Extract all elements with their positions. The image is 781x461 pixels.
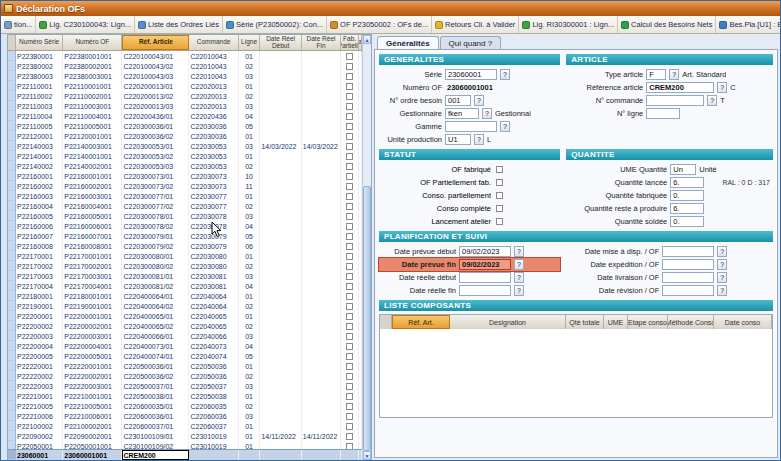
grid-cell[interactable]: C220200013/01 bbox=[122, 81, 189, 91]
grid-cell[interactable]: C22030073 bbox=[189, 171, 238, 181]
grid-cell[interactable]: P22380002001 bbox=[63, 61, 122, 71]
date-reelle-fin-picker-button[interactable]: ? bbox=[514, 285, 524, 296]
table-row[interactable]: P22210006P22210006001C220600036/01C22060… bbox=[8, 411, 362, 421]
fab-partielle-checkbox[interactable] bbox=[346, 213, 353, 220]
grid-cell[interactable]: P22380002 bbox=[16, 61, 63, 71]
grid-cell[interactable]: C230100109/02 bbox=[122, 441, 189, 449]
grid-cell[interactable] bbox=[260, 381, 301, 391]
grid-cell[interactable]: P22120001 bbox=[16, 131, 63, 141]
grid-cell[interactable]: C220400074/01 bbox=[122, 351, 189, 361]
grid-cell[interactable]: 11 bbox=[239, 181, 261, 191]
fab-partielle-checkbox[interactable] bbox=[346, 303, 353, 310]
grid-cell[interactable] bbox=[302, 201, 341, 211]
table-row[interactable]: P22110005P22110005001C220300036/01C22030… bbox=[8, 121, 362, 131]
comp-col-header[interactable]: Date conso bbox=[714, 315, 772, 329]
grid-cell[interactable] bbox=[302, 421, 341, 431]
grid-cell[interactable]: 04 bbox=[239, 341, 261, 351]
grid-cell[interactable]: P22160006001 bbox=[63, 221, 122, 231]
grid-cell[interactable] bbox=[260, 121, 301, 131]
grid-cell[interactable]: C220300078/01 bbox=[122, 211, 189, 221]
grid-cell[interactable] bbox=[302, 381, 341, 391]
grid-cell[interactable]: 01 bbox=[239, 421, 261, 431]
row-selector[interactable] bbox=[8, 321, 16, 331]
fab-partielle-checkbox[interactable] bbox=[346, 133, 353, 140]
grid-cell[interactable]: P22160004 bbox=[16, 201, 63, 211]
composants-body-empty[interactable] bbox=[380, 329, 772, 417]
fab-partielle-checkbox[interactable] bbox=[346, 323, 353, 330]
grid-cell[interactable]: P22160005001 bbox=[63, 211, 122, 221]
row-selector[interactable] bbox=[8, 281, 16, 291]
table-row[interactable]: P22180001P22180001001C220400064/01C22040… bbox=[8, 291, 362, 301]
grid-cell[interactable]: C220200013/02 bbox=[122, 91, 189, 101]
fab-partielle-checkbox[interactable] bbox=[346, 433, 353, 440]
grid-cell[interactable]: 04 bbox=[239, 111, 261, 121]
grid-cell[interactable] bbox=[302, 51, 341, 61]
toolbar-button[interactable]: Bes.Pla.[U1] : Besoins ... bbox=[716, 16, 780, 33]
grid-cell[interactable]: C220300079/01 bbox=[122, 231, 189, 241]
grid-cell[interactable]: P22200004 bbox=[16, 341, 63, 351]
grid-cell[interactable]: 14/11/2022 bbox=[302, 431, 341, 441]
grid-cell[interactable]: C220300036/01 bbox=[122, 121, 189, 131]
grid-cell[interactable] bbox=[302, 111, 341, 121]
fab-partielle-checkbox[interactable] bbox=[346, 403, 353, 410]
grid-cell[interactable]: P22140001 bbox=[16, 151, 63, 161]
grid-cell[interactable] bbox=[302, 351, 341, 361]
grid-cell[interactable]: P22110004001 bbox=[63, 111, 122, 121]
table-row[interactable]: P22170001P22170001001C220300080/01C22030… bbox=[8, 251, 362, 261]
fab-partielle-checkbox[interactable] bbox=[346, 93, 353, 100]
grid-cell[interactable]: C220400073/01 bbox=[122, 341, 189, 351]
comp-col-header[interactable]: Designation bbox=[450, 315, 566, 329]
grid-cell[interactable] bbox=[260, 191, 301, 201]
grid-cell[interactable]: P22110001 bbox=[16, 81, 63, 91]
toolbar-button[interactable]: tion... bbox=[1, 16, 36, 33]
reference-article-lookup-button[interactable]: ? bbox=[717, 82, 727, 93]
grid-cell[interactable]: C22040073 bbox=[189, 341, 238, 351]
row-selector[interactable] bbox=[8, 361, 16, 371]
grid-cell[interactable]: 14/03/2022 bbox=[302, 141, 341, 151]
grid-cell[interactable]: 02 bbox=[239, 201, 261, 211]
selected-row[interactable]: 23060001 23060001001 CREM200 bbox=[8, 449, 362, 460]
grid-cell[interactable] bbox=[260, 171, 301, 181]
grid-cell[interactable]: P22100002001 bbox=[63, 421, 122, 431]
grid-cell[interactable]: C22050036 bbox=[189, 371, 238, 381]
date-livraison-input[interactable] bbox=[662, 272, 714, 283]
grid-cell[interactable]: 05 bbox=[239, 231, 261, 241]
type-article-lookup-button[interactable]: ? bbox=[669, 69, 679, 80]
table-row[interactable]: P22110003P22110003001C220200013/03C22020… bbox=[8, 101, 362, 111]
row-selector[interactable] bbox=[8, 351, 16, 361]
row-selector[interactable] bbox=[8, 61, 16, 71]
row-selector[interactable] bbox=[8, 271, 16, 281]
grid-cell[interactable]: P22110002001 bbox=[63, 91, 122, 101]
fab-partielle-checkbox[interactable] bbox=[346, 343, 353, 350]
col-fab-partielle[interactable]: Fab. Partielle bbox=[341, 35, 359, 50]
grid-cell[interactable]: C22030081 bbox=[189, 271, 238, 281]
fab-partielle-checkbox[interactable] bbox=[346, 273, 353, 280]
grid-cell[interactable] bbox=[260, 281, 301, 291]
quantite-fabriquee-input[interactable]: 0. bbox=[670, 190, 704, 201]
row-selector[interactable] bbox=[8, 431, 16, 441]
table-row[interactable]: P22160002P22160002001C220300073/02C22030… bbox=[8, 181, 362, 191]
date-reelle-fin-input[interactable] bbox=[459, 285, 511, 296]
row-selector[interactable] bbox=[8, 391, 16, 401]
table-row[interactable]: P22160007P22160007001C220300079/01C22030… bbox=[8, 231, 362, 241]
statut-checkbox[interactable] bbox=[496, 192, 503, 199]
grid-cell[interactable]: C220300053/03 bbox=[122, 161, 189, 171]
fab-partielle-checkbox[interactable] bbox=[346, 103, 353, 110]
grid-cell[interactable]: P22170003 bbox=[16, 271, 63, 281]
quantite-soldee-input[interactable]: 0. bbox=[670, 216, 704, 227]
grid-cell[interactable] bbox=[302, 101, 341, 111]
quantite-lancee-input[interactable]: 6. bbox=[670, 177, 704, 188]
grid-cell[interactable]: P22210006001 bbox=[63, 411, 122, 421]
grid-cell[interactable]: 01 bbox=[239, 251, 261, 261]
table-row[interactable]: P22220001P22220001001C220500036/01C22050… bbox=[8, 361, 362, 371]
grid-cell[interactable]: C22020436 bbox=[189, 111, 238, 121]
grid-cell[interactable]: P22380001001 bbox=[63, 51, 122, 61]
fab-partielle-checkbox[interactable] bbox=[346, 413, 353, 420]
grid-cell[interactable]: C220300077/01 bbox=[122, 191, 189, 201]
grid-cell[interactable]: P22210005001 bbox=[63, 401, 122, 411]
toolbar-button[interactable]: Série (P23050002): Con... bbox=[223, 16, 327, 33]
grid-cell[interactable]: P22160008001 bbox=[63, 241, 122, 251]
grid-cell[interactable]: P22220001 bbox=[16, 361, 63, 371]
grid-cell[interactable] bbox=[302, 361, 341, 371]
grid-cell[interactable] bbox=[260, 450, 301, 460]
